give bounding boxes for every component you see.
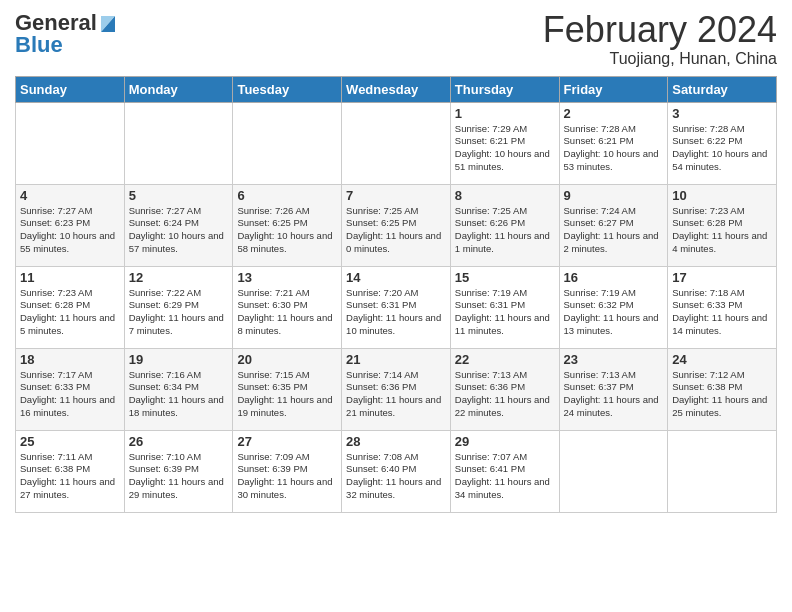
calendar-cell: 27Sunrise: 7:09 AM Sunset: 6:39 PM Dayli… xyxy=(233,430,342,512)
day-number: 11 xyxy=(20,270,120,285)
calendar: SundayMondayTuesdayWednesdayThursdayFrid… xyxy=(15,76,777,513)
calendar-week-row: 18Sunrise: 7:17 AM Sunset: 6:33 PM Dayli… xyxy=(16,348,777,430)
day-info: Sunrise: 7:13 AM Sunset: 6:36 PM Dayligh… xyxy=(455,369,555,420)
calendar-cell xyxy=(668,430,777,512)
calendar-cell: 13Sunrise: 7:21 AM Sunset: 6:30 PM Dayli… xyxy=(233,266,342,348)
calendar-cell: 17Sunrise: 7:18 AM Sunset: 6:33 PM Dayli… xyxy=(668,266,777,348)
calendar-header-row: SundayMondayTuesdayWednesdayThursdayFrid… xyxy=(16,76,777,102)
day-number: 9 xyxy=(564,188,664,203)
day-info: Sunrise: 7:14 AM Sunset: 6:36 PM Dayligh… xyxy=(346,369,446,420)
day-number: 8 xyxy=(455,188,555,203)
day-number: 27 xyxy=(237,434,337,449)
calendar-day-header: Thursday xyxy=(450,76,559,102)
calendar-cell: 18Sunrise: 7:17 AM Sunset: 6:33 PM Dayli… xyxy=(16,348,125,430)
day-info: Sunrise: 7:10 AM Sunset: 6:39 PM Dayligh… xyxy=(129,451,229,502)
calendar-cell xyxy=(233,102,342,184)
calendar-cell xyxy=(124,102,233,184)
day-info: Sunrise: 7:25 AM Sunset: 6:25 PM Dayligh… xyxy=(346,205,446,256)
calendar-day-header: Sunday xyxy=(16,76,125,102)
day-info: Sunrise: 7:21 AM Sunset: 6:30 PM Dayligh… xyxy=(237,287,337,338)
calendar-cell xyxy=(16,102,125,184)
calendar-day-header: Friday xyxy=(559,76,668,102)
calendar-cell: 9Sunrise: 7:24 AM Sunset: 6:27 PM Daylig… xyxy=(559,184,668,266)
calendar-cell: 29Sunrise: 7:07 AM Sunset: 6:41 PM Dayli… xyxy=(450,430,559,512)
calendar-cell: 10Sunrise: 7:23 AM Sunset: 6:28 PM Dayli… xyxy=(668,184,777,266)
calendar-cell: 1Sunrise: 7:29 AM Sunset: 6:21 PM Daylig… xyxy=(450,102,559,184)
calendar-week-row: 4Sunrise: 7:27 AM Sunset: 6:23 PM Daylig… xyxy=(16,184,777,266)
day-number: 17 xyxy=(672,270,772,285)
day-number: 6 xyxy=(237,188,337,203)
day-number: 25 xyxy=(20,434,120,449)
day-info: Sunrise: 7:29 AM Sunset: 6:21 PM Dayligh… xyxy=(455,123,555,174)
calendar-cell: 22Sunrise: 7:13 AM Sunset: 6:36 PM Dayli… xyxy=(450,348,559,430)
day-info: Sunrise: 7:18 AM Sunset: 6:33 PM Dayligh… xyxy=(672,287,772,338)
day-number: 7 xyxy=(346,188,446,203)
day-number: 14 xyxy=(346,270,446,285)
calendar-cell: 19Sunrise: 7:16 AM Sunset: 6:34 PM Dayli… xyxy=(124,348,233,430)
calendar-week-row: 11Sunrise: 7:23 AM Sunset: 6:28 PM Dayli… xyxy=(16,266,777,348)
day-info: Sunrise: 7:13 AM Sunset: 6:37 PM Dayligh… xyxy=(564,369,664,420)
calendar-cell: 24Sunrise: 7:12 AM Sunset: 6:38 PM Dayli… xyxy=(668,348,777,430)
logo: General Blue xyxy=(15,10,119,58)
day-number: 29 xyxy=(455,434,555,449)
day-number: 13 xyxy=(237,270,337,285)
day-info: Sunrise: 7:27 AM Sunset: 6:23 PM Dayligh… xyxy=(20,205,120,256)
calendar-cell: 23Sunrise: 7:13 AM Sunset: 6:37 PM Dayli… xyxy=(559,348,668,430)
day-info: Sunrise: 7:23 AM Sunset: 6:28 PM Dayligh… xyxy=(672,205,772,256)
day-info: Sunrise: 7:28 AM Sunset: 6:22 PM Dayligh… xyxy=(672,123,772,174)
day-number: 28 xyxy=(346,434,446,449)
day-number: 1 xyxy=(455,106,555,121)
calendar-cell: 25Sunrise: 7:11 AM Sunset: 6:38 PM Dayli… xyxy=(16,430,125,512)
day-number: 3 xyxy=(672,106,772,121)
day-info: Sunrise: 7:23 AM Sunset: 6:28 PM Dayligh… xyxy=(20,287,120,338)
logo-triangle-icon xyxy=(97,12,119,34)
day-info: Sunrise: 7:22 AM Sunset: 6:29 PM Dayligh… xyxy=(129,287,229,338)
calendar-cell: 4Sunrise: 7:27 AM Sunset: 6:23 PM Daylig… xyxy=(16,184,125,266)
calendar-cell: 12Sunrise: 7:22 AM Sunset: 6:29 PM Dayli… xyxy=(124,266,233,348)
day-info: Sunrise: 7:25 AM Sunset: 6:26 PM Dayligh… xyxy=(455,205,555,256)
calendar-cell: 2Sunrise: 7:28 AM Sunset: 6:21 PM Daylig… xyxy=(559,102,668,184)
day-number: 21 xyxy=(346,352,446,367)
day-number: 26 xyxy=(129,434,229,449)
calendar-cell: 7Sunrise: 7:25 AM Sunset: 6:25 PM Daylig… xyxy=(342,184,451,266)
calendar-week-row: 25Sunrise: 7:11 AM Sunset: 6:38 PM Dayli… xyxy=(16,430,777,512)
day-info: Sunrise: 7:19 AM Sunset: 6:32 PM Dayligh… xyxy=(564,287,664,338)
calendar-cell xyxy=(559,430,668,512)
calendar-cell: 8Sunrise: 7:25 AM Sunset: 6:26 PM Daylig… xyxy=(450,184,559,266)
day-number: 12 xyxy=(129,270,229,285)
main-title: February 2024 xyxy=(543,10,777,50)
day-info: Sunrise: 7:09 AM Sunset: 6:39 PM Dayligh… xyxy=(237,451,337,502)
day-info: Sunrise: 7:16 AM Sunset: 6:34 PM Dayligh… xyxy=(129,369,229,420)
day-number: 20 xyxy=(237,352,337,367)
day-number: 19 xyxy=(129,352,229,367)
page: General Blue February 2024 Tuojiang, Hun… xyxy=(0,0,792,612)
day-info: Sunrise: 7:27 AM Sunset: 6:24 PM Dayligh… xyxy=(129,205,229,256)
calendar-cell: 6Sunrise: 7:26 AM Sunset: 6:25 PM Daylig… xyxy=(233,184,342,266)
calendar-day-header: Saturday xyxy=(668,76,777,102)
header: General Blue February 2024 Tuojiang, Hun… xyxy=(15,10,777,68)
day-number: 22 xyxy=(455,352,555,367)
day-info: Sunrise: 7:20 AM Sunset: 6:31 PM Dayligh… xyxy=(346,287,446,338)
day-number: 23 xyxy=(564,352,664,367)
day-info: Sunrise: 7:08 AM Sunset: 6:40 PM Dayligh… xyxy=(346,451,446,502)
calendar-cell: 20Sunrise: 7:15 AM Sunset: 6:35 PM Dayli… xyxy=(233,348,342,430)
calendar-cell: 26Sunrise: 7:10 AM Sunset: 6:39 PM Dayli… xyxy=(124,430,233,512)
day-info: Sunrise: 7:24 AM Sunset: 6:27 PM Dayligh… xyxy=(564,205,664,256)
calendar-day-header: Monday xyxy=(124,76,233,102)
day-number: 24 xyxy=(672,352,772,367)
day-number: 16 xyxy=(564,270,664,285)
day-info: Sunrise: 7:07 AM Sunset: 6:41 PM Dayligh… xyxy=(455,451,555,502)
day-number: 18 xyxy=(20,352,120,367)
calendar-cell: 11Sunrise: 7:23 AM Sunset: 6:28 PM Dayli… xyxy=(16,266,125,348)
day-info: Sunrise: 7:26 AM Sunset: 6:25 PM Dayligh… xyxy=(237,205,337,256)
calendar-day-header: Wednesday xyxy=(342,76,451,102)
day-info: Sunrise: 7:28 AM Sunset: 6:21 PM Dayligh… xyxy=(564,123,664,174)
calendar-cell: 5Sunrise: 7:27 AM Sunset: 6:24 PM Daylig… xyxy=(124,184,233,266)
calendar-cell: 28Sunrise: 7:08 AM Sunset: 6:40 PM Dayli… xyxy=(342,430,451,512)
calendar-day-header: Tuesday xyxy=(233,76,342,102)
day-number: 10 xyxy=(672,188,772,203)
day-info: Sunrise: 7:15 AM Sunset: 6:35 PM Dayligh… xyxy=(237,369,337,420)
day-info: Sunrise: 7:11 AM Sunset: 6:38 PM Dayligh… xyxy=(20,451,120,502)
day-number: 5 xyxy=(129,188,229,203)
calendar-cell: 21Sunrise: 7:14 AM Sunset: 6:36 PM Dayli… xyxy=(342,348,451,430)
